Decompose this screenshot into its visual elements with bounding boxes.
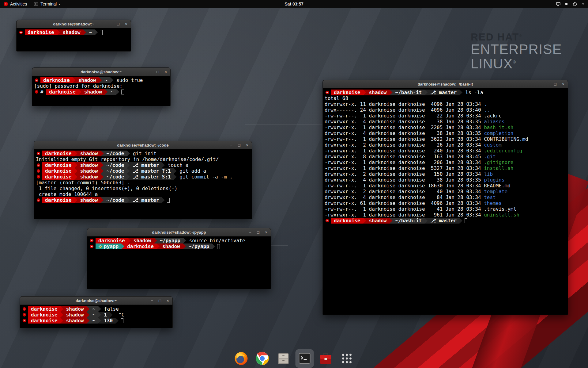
titlebar[interactable]: darknoise@shadow:~/bash-it−□× bbox=[323, 80, 568, 88]
terminal-line: total 68 bbox=[325, 95, 566, 101]
terminal-line: darknoiseshadow~/code git init bbox=[36, 151, 250, 156]
prompt-segment-path: ~/pyapp bbox=[157, 238, 183, 243]
output-text: -rwxrwxr-x. 1 darknoise darknoise 5327 J… bbox=[325, 165, 484, 171]
maximize-button[interactable]: □ bbox=[553, 80, 557, 88]
close-button[interactable]: × bbox=[124, 20, 128, 28]
redhat-prompt-icon bbox=[35, 90, 39, 94]
prompt-segment-path: ~/code bbox=[104, 162, 127, 168]
titlebar[interactable]: darknoise@shadow:~−□× bbox=[17, 20, 131, 28]
powerline-separator bbox=[60, 312, 63, 318]
output-text: uninstall.sh bbox=[484, 212, 519, 218]
close-button[interactable]: × bbox=[264, 228, 268, 236]
display-icon[interactable] bbox=[556, 2, 561, 6]
prompt-segment-exit: 1 bbox=[101, 312, 110, 318]
clock[interactable]: Sat 03:57 bbox=[285, 2, 303, 6]
output-text: drwxrwxr-x. 4 darknoise darknoise 38 Jan… bbox=[325, 119, 484, 125]
terminal-screen[interactable]: darknoiseshadow~ bbox=[17, 28, 131, 51]
minimize-button[interactable]: − bbox=[150, 297, 154, 305]
maximize-button[interactable]: □ bbox=[158, 297, 162, 305]
terminal-line: darknoiseshadow~130 bbox=[22, 318, 171, 324]
powerline-separator bbox=[73, 77, 76, 83]
minimize-button[interactable]: − bbox=[229, 141, 233, 149]
minimize-button[interactable]: − bbox=[248, 228, 252, 236]
system-status-area[interactable] bbox=[556, 0, 586, 8]
toolbox-icon bbox=[318, 351, 333, 366]
terminal-screen[interactable]: darknoiseshadow~ sudo true[sudo] passwor… bbox=[32, 76, 170, 106]
chrome-launcher[interactable] bbox=[253, 349, 272, 368]
prompt-segment-host: shadow bbox=[63, 318, 87, 324]
powerline-separator bbox=[127, 174, 130, 180]
prompt-segment-host: shadow bbox=[131, 238, 154, 243]
powerline-separator bbox=[98, 318, 101, 324]
maximize-button[interactable]: □ bbox=[256, 228, 260, 236]
terminal-window-code: darknoise@shadow:~/code−□×darknoiseshado… bbox=[34, 141, 252, 219]
firefox-launcher[interactable] bbox=[232, 349, 251, 368]
power-icon[interactable] bbox=[572, 2, 577, 6]
prompt-segment-user: darknoise bbox=[124, 243, 156, 249]
output-text: test bbox=[484, 194, 496, 200]
app-menu-terminal[interactable]: Terminal ▾ bbox=[30, 0, 63, 8]
terminal-icon bbox=[297, 351, 312, 366]
app-grid-launcher[interactable] bbox=[338, 349, 356, 368]
activities-button[interactable]: Activities bbox=[0, 0, 30, 8]
prompt-segment-host: shadow bbox=[77, 174, 101, 180]
prompt-segment-host: shadow bbox=[77, 197, 101, 203]
maximize-button[interactable]: □ bbox=[237, 141, 241, 149]
prompt-segment-host: shadow bbox=[366, 218, 390, 224]
terminal-mini-icon bbox=[34, 2, 39, 6]
command-text: sudo true bbox=[113, 77, 143, 83]
minimize-button[interactable]: − bbox=[108, 20, 112, 28]
close-button[interactable]: × bbox=[164, 68, 168, 76]
close-button[interactable]: × bbox=[561, 80, 565, 88]
volume-icon[interactable] bbox=[564, 2, 569, 6]
terminal-screen[interactable]: darknoiseshadow~/pyapp source bin/activa… bbox=[87, 236, 271, 289]
terminal-line: -rwxrwxr-x. 1 darknoise darknoise 240 Ja… bbox=[325, 148, 566, 154]
powerline-separator bbox=[78, 89, 81, 95]
output-text: # bbox=[40, 89, 46, 95]
terminal-line: drwxrwxr-x. 2 darknoise darknoise 150 Ja… bbox=[325, 171, 566, 177]
terminal-line: -rwxrwxr-x. 1 darknoise darknoise 961 Ja… bbox=[325, 212, 566, 218]
output-text: drwxrwxr-x. 11 darknoise darknoise 4096 … bbox=[325, 101, 484, 107]
maximize-button[interactable]: □ bbox=[156, 68, 160, 76]
powerline-separator bbox=[98, 312, 101, 318]
terminal-line: darknoiseshadow~ false bbox=[22, 306, 171, 312]
prompt-segment-git: ⎇ master ?:1 bbox=[130, 168, 173, 174]
terminal-line: darknoiseshadow~/bash-it⎇ master ls -la bbox=[325, 90, 566, 95]
output-text: -rwxrwxr-x. 1 darknoise darknoise 2205 J… bbox=[325, 125, 484, 130]
prompt-segment-git: ⎇ master bbox=[130, 162, 162, 168]
prompt-segment-host: shadow bbox=[63, 306, 87, 312]
powerline-separator bbox=[154, 238, 157, 243]
terminal-screen[interactable]: darknoiseshadow~/bash-it⎇ master ls -lat… bbox=[323, 88, 568, 315]
titlebar[interactable]: darknoise@shadow:~−□× bbox=[32, 68, 170, 76]
terminal-screen[interactable]: darknoiseshadow~ falsedarknoiseshadow~1 … bbox=[20, 305, 172, 328]
redhat-prompt-icon bbox=[325, 90, 329, 94]
minimize-button[interactable]: − bbox=[148, 68, 152, 76]
powerline-separator bbox=[183, 243, 186, 249]
prompt-segment-git: ⎇ master S:1 bbox=[130, 174, 173, 180]
terminal-line: -rwxrwxr-x. 1 darknoise darknoise 5327 J… bbox=[325, 165, 566, 171]
close-button[interactable]: × bbox=[245, 141, 249, 149]
terminal-screen[interactable]: darknoiseshadow~/code git initInitialize… bbox=[34, 149, 252, 219]
toolbox-launcher[interactable] bbox=[317, 349, 335, 368]
files-launcher[interactable] bbox=[274, 349, 293, 368]
powerline-separator bbox=[99, 77, 102, 83]
redhat-prompt-icon bbox=[22, 313, 26, 317]
output-text: drwxrwxr-x. 4 darknoise darknoise 38 Jan… bbox=[325, 177, 484, 183]
redhat-prompt-icon bbox=[90, 244, 94, 248]
terminal-line: darknoiseshadow~/pyapp source bin/activa… bbox=[89, 238, 269, 243]
minimize-button[interactable]: − bbox=[545, 80, 549, 88]
maximize-button[interactable]: □ bbox=[116, 20, 120, 28]
prompt-segment-host: shadow bbox=[366, 90, 390, 95]
terminal-launcher[interactable] bbox=[296, 349, 314, 368]
output-text: drwxrwxr-x. 2 darknoise darknoise 150 Ja… bbox=[325, 171, 484, 177]
terminal-line: drwxrwxr-x. 2 darknoise darknoise 40 Jan… bbox=[325, 189, 566, 194]
redhat-prompt-icon bbox=[22, 319, 26, 323]
chevron-down-icon[interactable] bbox=[581, 2, 586, 6]
terminal-line: darknoiseshadow~ sudo true bbox=[34, 77, 168, 83]
powerline-separator bbox=[390, 218, 393, 224]
terminal-cursor bbox=[121, 318, 123, 323]
titlebar[interactable]: darknoise@shadow:~/code−□× bbox=[34, 141, 252, 149]
titlebar[interactable]: darknoise@shadow:~−□× bbox=[20, 297, 172, 305]
close-button[interactable]: × bbox=[166, 297, 170, 305]
titlebar[interactable]: darknoise@shadow:~/pyapp−□× bbox=[87, 228, 271, 236]
